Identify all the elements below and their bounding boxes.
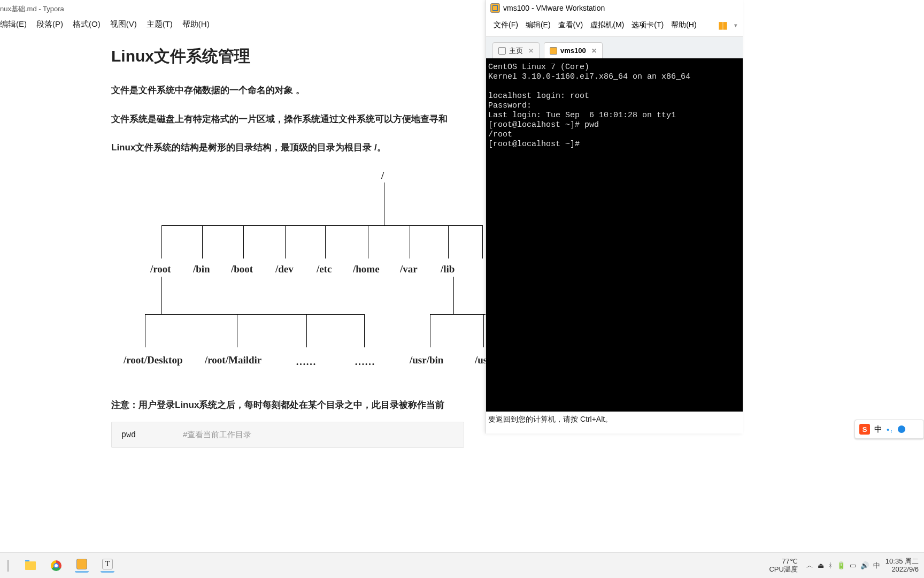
menu-para[interactable]: 段落(P) xyxy=(36,19,63,29)
cpu-temp-widget[interactable]: 77℃ CPU温度 xyxy=(769,558,797,573)
pause-icon[interactable]: ▮▮ xyxy=(718,19,727,31)
tray-bluetooth-icon[interactable]: ᚼ xyxy=(828,561,833,569)
tree-node-usr-bin: /usr/bin xyxy=(410,354,443,366)
vm-menu-tabs[interactable]: 选项卡(T) xyxy=(632,20,664,30)
tree-node-root-dir: /root xyxy=(150,263,171,275)
menu-help[interactable]: 帮助(H) xyxy=(182,19,210,29)
pause-dropdown-icon[interactable]: ▾ xyxy=(734,22,737,29)
vmware-taskbar-icon[interactable] xyxy=(75,559,89,573)
taskbar-handle[interactable] xyxy=(7,560,9,572)
menu-edit[interactable]: 编辑(E) xyxy=(0,19,27,29)
vmware-logo-icon xyxy=(490,3,500,13)
tree-node-home: /home xyxy=(353,263,380,275)
doc-note: 注意：用户登录Linux系统之后，每时每刻都处在某个目录之中，此目录被称作当前 xyxy=(111,399,464,411)
clock-day: 周二 xyxy=(905,557,919,565)
temp-label: CPU温度 xyxy=(769,566,797,573)
windows-taskbar: T 77℃ CPU温度 ︿ ⏏ ᚼ 🔋 ▭ 🔊 中 10:35 周二 2022/… xyxy=(0,552,924,578)
vmware-tabstrip: 主页 ✕ vms100 ✕ xyxy=(486,37,743,58)
tree-node-root-desktop: /root/Desktop xyxy=(124,354,182,366)
close-icon[interactable]: ✕ xyxy=(528,47,534,55)
tree-node-ellipsis-1: …… xyxy=(296,356,316,368)
tray-ime-icon[interactable]: 中 xyxy=(873,561,880,571)
chrome-icon[interactable] xyxy=(49,559,63,573)
tab-vm-label: vms100 xyxy=(560,47,586,55)
vm-menu-vm[interactable]: 虚拟机(M) xyxy=(590,20,624,30)
tree-node-ellipsis-2: …… xyxy=(355,356,375,368)
typora-taskbar-icon[interactable]: T xyxy=(101,559,114,573)
typora-menubar: 编辑(E) 段落(P) 格式(O) 视图(V) 主题(T) 帮助(H) xyxy=(0,16,486,35)
tree-node-boot: /boot xyxy=(231,263,253,275)
tree-node-bin: /bin xyxy=(193,263,210,275)
clock-time: 10:35 xyxy=(886,557,903,565)
typora-title: nux基础.md - Typora xyxy=(0,0,486,16)
tab-home-label: 主页 xyxy=(509,46,523,56)
menu-theme[interactable]: 主题(T) xyxy=(147,19,173,29)
home-icon xyxy=(498,47,506,55)
vm-menu-edit[interactable]: 编辑(E) xyxy=(526,20,551,30)
taskbar-tray: 77℃ CPU温度 ︿ ⏏ ᚼ 🔋 ▭ 🔊 中 10:35 周二 2022/9/… xyxy=(769,558,924,573)
tray-volume-icon[interactable]: 🔊 xyxy=(860,561,869,569)
tray-battery-icon[interactable]: 🔋 xyxy=(837,561,845,569)
doc-p3: Linux文件系统的结构是树形的目录结构，最顶级的目录为根目录 /。 xyxy=(111,141,464,155)
vm-menu-help[interactable]: 帮助(H) xyxy=(671,20,696,30)
typora-editor[interactable]: Linux文件系统管理 文件是文件系统中存储数据的一个命名的对象 。 文件系统是… xyxy=(0,35,486,459)
doc-heading: Linux文件系统管理 xyxy=(111,45,464,67)
taskbar-clock[interactable]: 10:35 周二 2022/9/6 xyxy=(886,558,919,573)
filesystem-tree-diagram: / /root /bin /boot /dev /etc /home /var … xyxy=(111,170,486,384)
tree-node-var: /var xyxy=(400,263,418,275)
vmware-window: vms100 - VMware Workstation 文件(F) 编辑(E) … xyxy=(486,0,743,434)
tree-node-root: / xyxy=(381,170,384,181)
vmware-statusbar: 要返回到您的计算机，请按 Ctrl+Alt。 xyxy=(486,412,743,428)
tab-vms100[interactable]: vms100 ✕ xyxy=(544,42,603,58)
clock-date: 2022/9/6 xyxy=(886,566,919,573)
vm-icon xyxy=(550,47,557,55)
tree-node-etc: /etc xyxy=(317,263,332,275)
typora-window: nux基础.md - Typora 编辑(E) 段落(P) 格式(O) 视图(V… xyxy=(0,0,486,439)
doc-p1: 文件是文件系统中存储数据的一个命名的对象 。 xyxy=(111,83,464,97)
ime-punct-icon[interactable]: •⸲ xyxy=(887,425,894,434)
vmware-title-text: vms100 - VMware Workstation xyxy=(503,4,605,12)
vmware-menubar: 文件(F) 编辑(E) 查看(V) 虚拟机(M) 选项卡(T) 帮助(H) ▮▮… xyxy=(486,16,743,37)
menu-format[interactable]: 格式(O) xyxy=(73,19,101,29)
menu-view[interactable]: 视图(V) xyxy=(110,19,137,29)
doc-p2: 文件系统是磁盘上有特定格式的一片区域，操作系统通过文件系统可以方便地查寻和 xyxy=(111,112,464,126)
code-cmd: pwd xyxy=(121,430,183,440)
vm-menu-view[interactable]: 查看(V) xyxy=(558,20,583,30)
close-icon[interactable]: ✕ xyxy=(591,47,597,55)
file-explorer-icon[interactable] xyxy=(24,559,37,573)
vmware-titlebar[interactable]: vms100 - VMware Workstation xyxy=(486,0,743,16)
ime-lang[interactable]: 中 xyxy=(874,424,882,435)
vm-terminal[interactable]: CentOS Linux 7 (Core) Kernel 3.10.0-1160… xyxy=(486,58,743,412)
temp-value: 77℃ xyxy=(769,558,797,565)
sogou-logo-icon: S xyxy=(859,424,870,435)
ime-toolbar[interactable]: S 中 •⸲ xyxy=(854,420,924,439)
code-comment: #查看当前工作目录 xyxy=(183,430,251,440)
mic-icon[interactable] xyxy=(898,425,905,433)
tray-overflow-icon[interactable]: ︿ xyxy=(806,561,813,571)
tray-safe-remove-icon[interactable]: ⏏ xyxy=(818,561,824,569)
code-block[interactable]: pwd #查看当前工作目录 xyxy=(111,422,464,448)
taskbar-apps: T xyxy=(0,559,114,573)
vm-menu-file[interactable]: 文件(F) xyxy=(494,20,518,30)
tab-home[interactable]: 主页 ✕ xyxy=(492,42,540,58)
tray-network-icon[interactable]: ▭ xyxy=(850,561,856,569)
tree-node-lib: /lib xyxy=(441,263,455,275)
tree-node-dev: /dev xyxy=(275,263,294,275)
tree-node-root-maildir: /root/Maildir xyxy=(205,354,261,366)
